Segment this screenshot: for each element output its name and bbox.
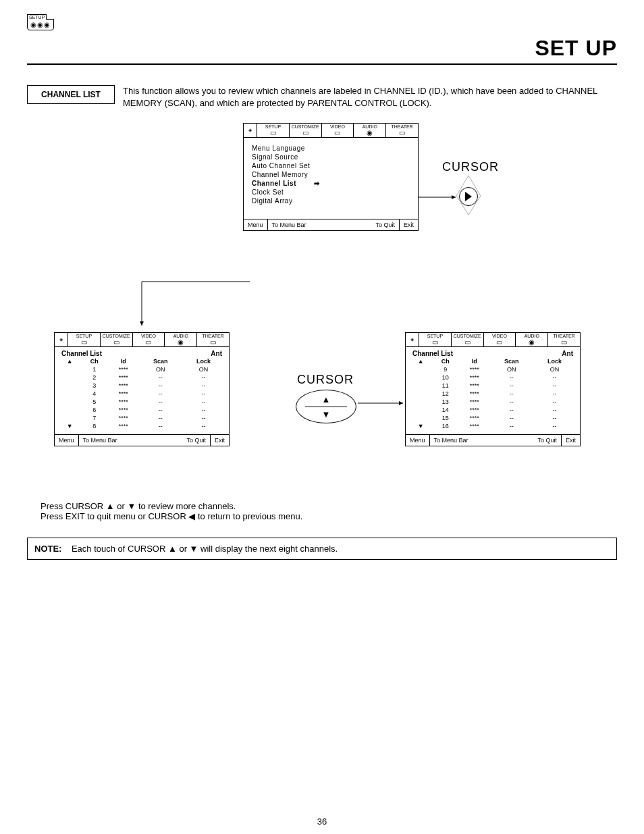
down-arrow-icon: ▼ — [410, 422, 432, 430]
cursor-label-top: CURSOR — [442, 160, 499, 174]
tab-theater: THEATER▭ — [548, 333, 580, 346]
up-arrow-icon: ▲ — [59, 357, 81, 365]
menu-item: Menu Language — [252, 145, 410, 152]
foot-menu: Menu — [406, 435, 429, 446]
tab-audio: AUDIO◉ — [354, 124, 386, 137]
tab-customize: CUSTOMIZE▭ — [290, 124, 322, 137]
osd-channel-list-right: ◈ SETUP▭ CUSTOMIZE▭ VIDEO▭ AUDIO◉ THEATE… — [405, 332, 581, 446]
page-number: 36 — [27, 816, 617, 827]
cursor-updown-icon: ▲ ▼ — [296, 390, 356, 423]
joystick-icon: ◈ — [55, 333, 68, 346]
tab-video: VIDEO▭ — [322, 124, 354, 137]
tab-theater: THEATER▭ — [386, 124, 418, 137]
table-row: 5****---- — [59, 398, 225, 406]
section-label: CHANNEL LIST — [27, 85, 115, 104]
table-row: 9****ONON — [410, 365, 576, 373]
foot-quit: To Quit — [533, 435, 561, 446]
cursor-label-mid: CURSOR — [297, 373, 354, 387]
osd-main-body: Menu Language Signal Source Auto Channel… — [244, 138, 418, 219]
foot-mid: To Menu Bar — [267, 219, 372, 230]
tab-theater: THEATER▭ — [197, 333, 229, 346]
table-row: 6****---- — [59, 406, 225, 414]
menu-item: Channel Memory — [252, 171, 410, 178]
table-row: 4****---- — [59, 390, 225, 398]
table-row: 12****---- — [410, 390, 576, 398]
page-title: SET UP — [535, 36, 617, 61]
setup-badge: SETUP ◉◉◉ — [27, 19, 54, 30]
table-row: 3****---- — [59, 382, 225, 390]
channel-table-right: ▲ ChId ScanLock 9****ONON 10****---- 11*… — [410, 357, 576, 430]
foot-menu: Menu — [244, 219, 267, 230]
table-row: 11****---- — [410, 382, 576, 390]
tab-audio: AUDIO◉ — [516, 333, 548, 346]
note-text: Each touch of CURSOR ▲ or ▼ will display… — [72, 544, 338, 554]
foot-mid: To Menu Bar — [429, 435, 534, 446]
tab-customize: CUSTOMIZE▭ — [452, 333, 484, 346]
table-row: 13****---- — [410, 398, 576, 406]
note-box: NOTE: Each touch of CURSOR ▲ or ▼ will d… — [27, 538, 617, 560]
tab-setup: SETUP▭ — [419, 333, 452, 346]
note-label: NOTE: — [34, 544, 61, 554]
tab-setup: SETUP▭ — [68, 333, 101, 346]
list-source: Ant — [211, 350, 222, 357]
tab-video: VIDEO▭ — [484, 333, 516, 346]
osd-channel-list-left: ◈ SETUP▭ CUSTOMIZE▭ VIDEO▭ AUDIO◉ THEATE… — [54, 332, 230, 446]
table-row: 1****ONON — [59, 365, 225, 373]
joystick-icon: ◈ — [244, 124, 257, 137]
menu-item: Clock Set — [252, 188, 410, 196]
foot-quit: To Quit — [371, 219, 399, 230]
tab-video: VIDEO▭ — [133, 333, 165, 346]
menu-item: Signal Source — [252, 153, 410, 161]
menu-item: Auto Channel Set — [252, 162, 410, 170]
foot-exit: Exit — [399, 219, 418, 230]
menu-item: Digital Array — [252, 197, 410, 205]
table-row: 15****---- — [410, 414, 576, 422]
list-title: Channel List — [61, 350, 102, 357]
table-row: 10****---- — [410, 373, 576, 382]
tab-audio: AUDIO◉ — [165, 333, 197, 346]
instruction-line: Press CURSOR ▲ or ▼ to review more chann… — [41, 501, 302, 511]
tab-customize: CUSTOMIZE▭ — [101, 333, 133, 346]
list-title: Channel List — [412, 350, 453, 357]
setup-badge-tab: SETUP — [27, 14, 47, 20]
foot-mid: To Menu Bar — [78, 435, 183, 446]
down-arrow-icon: ▼ — [59, 422, 81, 430]
table-row: 14****---- — [410, 406, 576, 414]
table-row: ▼8****---- — [59, 422, 225, 430]
foot-menu: Menu — [55, 435, 78, 446]
joystick-icon: ◈ — [406, 333, 419, 346]
table-row: 7****---- — [59, 414, 225, 422]
foot-exit: Exit — [210, 435, 229, 446]
list-source: Ant — [562, 350, 573, 357]
setup-badge-dots: ◉◉◉ — [30, 21, 51, 28]
section-text: This function allows you to review which… — [123, 85, 617, 109]
up-arrow-icon: ▲ — [410, 357, 432, 365]
table-row: 2****---- — [59, 373, 225, 382]
tab-setup: SETUP▭ — [257, 124, 290, 137]
table-row: ▼16****---- — [410, 422, 576, 430]
instruction-line: Press EXIT to quit menu or CURSOR ◀ to r… — [41, 511, 302, 521]
osd-main-menu: ◈ SETUP▭ CUSTOMIZE▭ VIDEO▭ AUDIO◉ THEATE… — [243, 123, 419, 231]
channel-table-left: ▲ ChId ScanLock 1****ONON 2****---- 3***… — [59, 357, 225, 430]
menu-item-selected: Channel List ➡ — [252, 180, 410, 187]
foot-quit: To Quit — [182, 435, 210, 446]
foot-exit: Exit — [561, 435, 580, 446]
